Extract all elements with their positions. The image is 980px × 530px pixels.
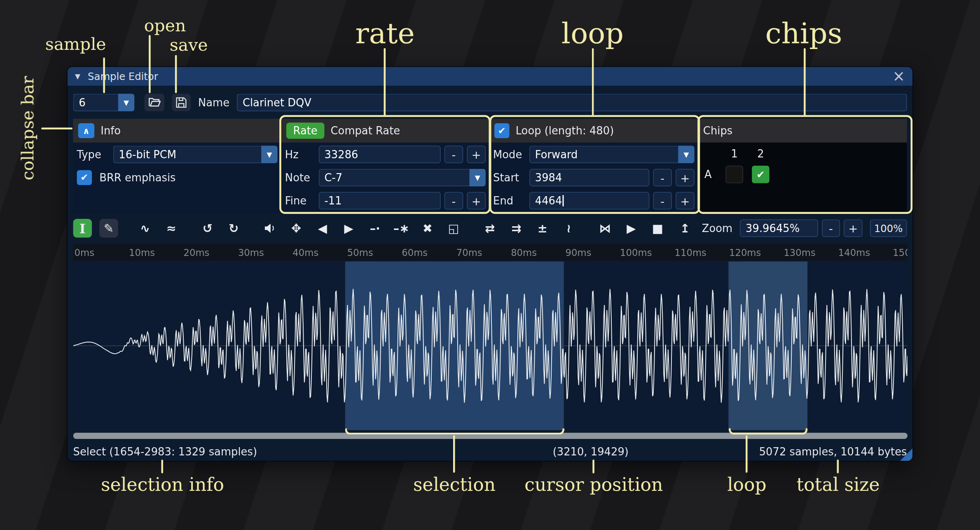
total-size-text: 5072 samples, 10144 bytes [759,445,907,457]
tick-label: 120ms [728,247,782,258]
sample-number-value: 6 [73,94,118,111]
info-header-label: Info [101,124,121,137]
annotation-cursor-position: cursor position [524,474,663,495]
annotation-line [592,460,594,473]
waveform-view[interactable] [73,261,907,430]
annotation-line [837,460,839,473]
resize-grip[interactable] [900,448,912,461]
signed-unsigned-button[interactable]: ± [533,219,552,238]
filter-button[interactable]: ≀ [559,219,578,238]
zoom-input[interactable]: 39.9645% [740,220,818,237]
collapse-info-button[interactable]: ∧ [78,123,94,138]
annotation-line [41,128,73,130]
tick-label: 90ms [564,247,619,258]
tick-label: 20ms [182,247,236,258]
apply-silence-button[interactable]: –∗ [392,219,411,238]
folder-open-icon [147,96,161,109]
type-value: 16-bit PCM [113,146,262,163]
status-bar: Select (1654-2983: 1329 samples) (3210, … [68,442,912,461]
loop-annotation-box [489,115,700,214]
open-sample-button[interactable] [144,94,164,111]
type-dropdown[interactable]: 16-bit PCM ▼ [113,146,278,163]
annotation-collapse-bar: collapse bar [18,76,37,181]
rate-annotation-box [279,115,491,214]
toolbar: I ✎ ∿ ≈ ↺ ↻ ✥ [73,218,907,239]
preview-button[interactable]: ▶ [622,219,641,238]
annotation-total-size: total size [797,474,880,495]
amplify-button[interactable] [261,219,280,238]
sample-number-dropdown[interactable]: 6 ▼ [73,94,137,111]
tick-label: 150 [891,247,907,258]
chevron-down-icon[interactable]: ▼ [261,146,277,163]
delete-button[interactable]: ✖ [418,219,437,238]
zoom-out-button[interactable]: - [821,220,840,237]
tick-label: 100ms [619,247,673,258]
close-icon[interactable]: × [892,69,905,84]
stop-button[interactable]: ■ [648,219,667,238]
tick-label: 70ms [455,247,510,258]
annotation-selection: selection [413,474,496,495]
brr-emphasis-label: BRR emphasis [99,171,277,184]
tick-label: 140ms [837,247,891,258]
annotation-line [746,435,748,473]
annotation-chips: chips [765,16,842,50]
tick-label: 50ms [346,247,400,258]
resample-button[interactable]: ≈ [162,219,181,238]
annotation-line [175,55,177,94]
window-collapse-icon[interactable]: ▼ [75,72,80,80]
chips-annotation-box [697,115,912,214]
insert-silence-button[interactable]: –· [366,219,385,238]
crossfade-button[interactable]: ⋈ [596,219,615,238]
annotation-save: save [170,35,208,54]
annotation-line [103,58,105,93]
undo-button[interactable]: ↺ [198,219,217,238]
annotation-line [453,435,455,473]
cursor-position-text: (3210, 19429) [553,445,629,457]
tick-label: 0ms [73,247,128,258]
annotation-line [149,35,151,93]
tick-label: 130ms [782,247,837,258]
edit-mode-select-button[interactable]: I [73,219,92,238]
annotation-line [161,460,163,473]
fade-out-button[interactable]: ▶ [339,219,358,238]
edit-mode-draw-button[interactable]: ✎ [99,219,118,238]
save-sample-button[interactable] [172,94,191,111]
stage: ▼ Sample Editor × 6 ▼ [0,0,980,530]
selection-info-text: Select (1654-2983: 1329 samples) [73,445,257,457]
annotation-line [804,48,806,116]
reverse-button[interactable]: ⇄ [481,219,500,238]
fade-in-button[interactable]: ◀ [313,219,332,238]
annotation-line [592,48,594,116]
selection-bracket [345,428,565,434]
name-input[interactable]: Clarinet DQV [237,94,907,111]
zoom-reset-button[interactable]: 100% [870,220,907,237]
annotation-loop-region: loop [727,474,766,495]
speaker-icon [263,221,277,235]
brr-emphasis-checkbox[interactable]: ✔ [77,170,92,185]
zoom-in-button[interactable]: + [844,220,863,237]
annotation-rate: rate [355,16,414,50]
window-title: Sample Editor [88,70,892,82]
resize-button[interactable]: ∿ [136,219,154,238]
type-label: Type [77,148,110,161]
redo-button[interactable]: ↻ [225,219,243,238]
normalize-button[interactable]: ✥ [287,219,306,238]
trim-button[interactable]: ◱ [444,219,463,238]
invert-button[interactable]: ⇉ [507,219,526,238]
info-section: ∧ Info Type 16-bit PCM ▼ ✔ BRR emphasis [73,119,281,213]
annotation-line [384,48,386,116]
sample-row: 6 ▼ Name Clarinet DQV [73,94,907,111]
zoom-label: Zoom [702,222,732,235]
info-header: ∧ Info [73,119,281,143]
titlebar[interactable]: ▼ Sample Editor × [68,67,912,86]
upload-button[interactable]: ↥ [676,219,695,238]
info-body: Type 16-bit PCM ▼ ✔ BRR emphasis [73,143,281,213]
tick-label: 110ms [673,247,727,258]
annotation-open: open [144,16,186,35]
name-label: Name [198,96,229,109]
save-icon [175,96,187,109]
annotation-sample: sample [45,34,106,54]
tick-label: 10ms [128,247,182,258]
chevron-down-icon[interactable]: ▼ [118,94,134,111]
tick-label: 30ms [237,247,291,258]
